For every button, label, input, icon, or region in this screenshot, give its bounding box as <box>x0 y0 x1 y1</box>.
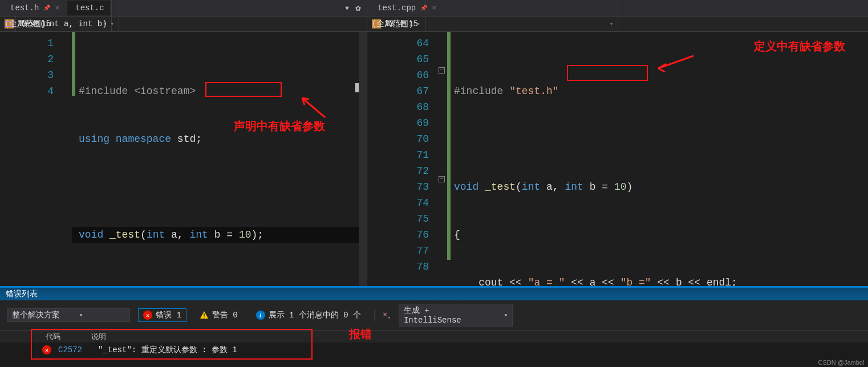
code-area-right[interactable]: #include "test.h" void _test(int a, int … <box>447 32 868 286</box>
tab-test-h[interactable]: test.h📌× <box>2 1 65 15</box>
warning-icon: ! <box>200 311 209 320</box>
line-gutter: 1 2 3 4 <box>0 32 60 286</box>
close-icon[interactable]: × <box>55 4 59 13</box>
close-icon[interactable]: × <box>432 4 436 13</box>
scrollbar-left[interactable] <box>359 32 367 286</box>
error-code[interactable]: C2572 <box>58 345 98 354</box>
error-row[interactable]: ✕ C2572 "_test": 重定义默认参数 : 参数 1 <box>0 342 868 357</box>
line-gutter: 646566676869707172737475767778 <box>367 32 436 286</box>
tab-test-cpp[interactable]: test.cpp📌× <box>370 1 442 15</box>
nav-dropbar-left: 23_4_15 (全局范围) _test(int a, int b) ↔ <box>0 16 367 32</box>
solution-scope-dropdown[interactable]: 整个解决方案 <box>7 308 130 322</box>
tab-bar-left: test.h📌× test.c ▾ ✿ <box>0 0 367 16</box>
fold-column: − − <box>436 32 447 286</box>
build-intellisense-dropdown[interactable]: 生成 + IntelliSense <box>399 304 513 327</box>
split-icon[interactable]: ↔ <box>0 17 16 31</box>
errors-filter-button[interactable]: ✕错误 1 <box>138 308 186 322</box>
editor-right[interactable]: 646566676869707172737475767778 − − #incl… <box>367 32 868 286</box>
code-area-left[interactable]: #include <iostream> using namespace std;… <box>72 32 367 286</box>
filter-icon[interactable]: ✕▾ <box>383 309 391 321</box>
tab-test-c[interactable]: test.c <box>67 1 109 15</box>
error-icon: ✕ <box>42 345 51 354</box>
fold-button[interactable]: − <box>439 67 445 74</box>
error-icon: ✕ <box>143 311 152 320</box>
error-list-panel: 错误列表 整个解决方案 ✕错误 1 !警告 0 i展示 1 个消息中的 0 个 … <box>0 286 868 367</box>
error-list-header[interactable]: 代码 说明 <box>0 330 868 342</box>
project-icon <box>372 19 381 28</box>
svg-text:!: ! <box>202 313 206 319</box>
tab-dropdown-icon[interactable]: ▾ <box>344 2 350 14</box>
gear-icon[interactable]: ✿ <box>355 2 361 14</box>
pin-icon[interactable]: 📌 <box>420 5 427 11</box>
info-icon: i <box>256 311 265 320</box>
editor-pane-right: test.cpp📌× 23_4_15 (全局范围) 64656667686970… <box>367 0 868 286</box>
error-description: "_test": 重定义默认参数 : 参数 1 <box>98 345 237 355</box>
panel-title: 错误列表 <box>0 288 868 300</box>
pin-icon[interactable]: 📌 <box>43 5 50 11</box>
warnings-filter-button[interactable]: !警告 0 <box>194 308 243 322</box>
error-toolbar: 整个解决方案 ✕错误 1 !警告 0 i展示 1 个消息中的 0 个 ✕▾ 生成… <box>0 300 868 330</box>
editor-pane-left: test.h📌× test.c ▾ ✿ 23_4_15 (全局范围) _test… <box>0 0 367 286</box>
fold-button[interactable]: − <box>439 176 445 182</box>
tab-bar-right: test.cpp📌× <box>367 0 868 16</box>
messages-filter-button[interactable]: i展示 1 个消息中的 0 个 <box>251 308 366 322</box>
editor-left[interactable]: 1 2 3 4 #include <iostream> using namesp… <box>0 32 367 286</box>
nav-dropbar-right: 23_4_15 (全局范围) <box>367 16 868 32</box>
overview-marker <box>355 83 359 92</box>
fold-column <box>60 32 72 286</box>
watermark: CSDN @Jambo! <box>818 359 865 366</box>
